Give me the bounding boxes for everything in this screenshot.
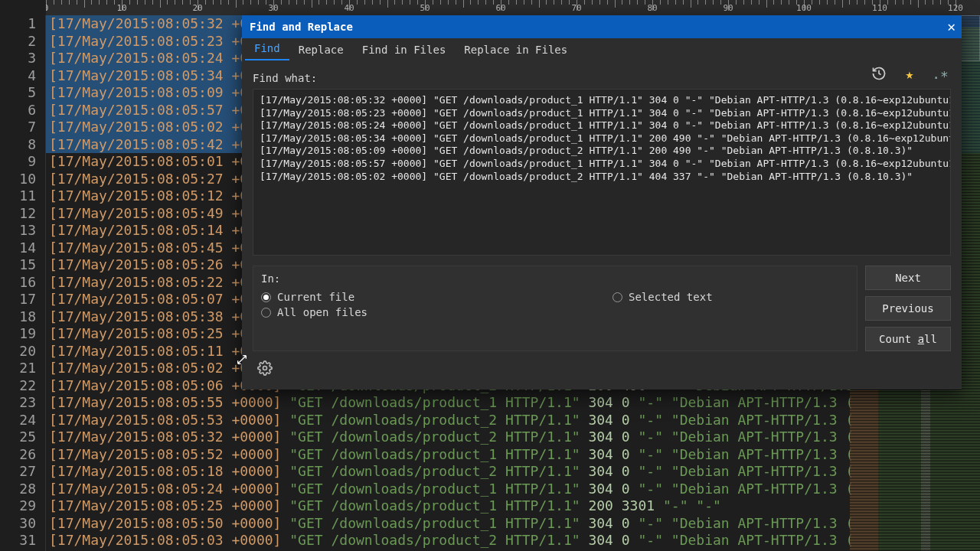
- code-line[interactable]: [17/May/2015:08:05:50 +0000] "GET /downl…: [46, 515, 980, 533]
- dialog-title: Find and Replace: [248, 21, 353, 33]
- line-number: 2: [0, 33, 36, 51]
- scope-current-file-radio[interactable]: Current file: [261, 291, 368, 303]
- find-toolbar: ★ .∗: [867, 61, 952, 86]
- line-number: 3: [0, 50, 36, 67]
- gear-icon[interactable]: [253, 356, 277, 380]
- radio-dot-icon: [261, 308, 271, 318]
- line-number: 18: [0, 308, 36, 326]
- line-number: 4: [0, 67, 36, 85]
- line-number: 29: [0, 497, 36, 515]
- line-number: 16: [0, 274, 36, 292]
- line-number: 13: [0, 222, 36, 240]
- find-previous-button[interactable]: Previous: [865, 296, 951, 321]
- radio-dot-icon: [261, 292, 271, 302]
- line-number: 28: [0, 481, 36, 498]
- line-number: 26: [0, 446, 36, 464]
- line-number: 23: [0, 394, 36, 412]
- scope-selected-text-radio[interactable]: Selected text: [612, 291, 713, 303]
- scope-label: In:: [261, 272, 849, 285]
- line-number: 25: [0, 429, 36, 446]
- dialog-titlebar[interactable]: Find and Replace ✕: [242, 15, 962, 38]
- line-number: 1: [0, 15, 36, 33]
- line-number: 9: [0, 153, 36, 171]
- line-number: 20: [0, 343, 36, 360]
- tab-replace[interactable]: Replace: [289, 39, 353, 60]
- scope-all-open-files-label: All open files: [277, 306, 368, 318]
- column-ruler: 0102030405060708090100110120: [46, 0, 980, 15]
- line-number: 10: [0, 171, 36, 188]
- line-number: 5: [0, 84, 36, 102]
- line-number: 19: [0, 325, 36, 343]
- find-next-button[interactable]: Next: [865, 266, 951, 290]
- scope-all-open-files-radio[interactable]: All open files: [261, 306, 368, 318]
- line-number: 12: [0, 205, 36, 223]
- code-line[interactable]: [17/May/2015:08:05:03 +0000] "GET /downl…: [46, 532, 980, 549]
- line-number: 17: [0, 291, 36, 308]
- code-line[interactable]: [17/May/2015:08:05:25 +0000] "GET /downl…: [46, 497, 980, 515]
- regex-icon[interactable]: .∗: [928, 61, 952, 86]
- radio-dot-icon: [612, 292, 622, 302]
- code-line[interactable]: [17/May/2015:08:05:52 +0000] "GET /downl…: [46, 446, 980, 464]
- find-buttons: Next Previous Count all: [865, 266, 951, 351]
- scope-current-file-label: Current file: [277, 291, 354, 303]
- tab-find[interactable]: Find: [245, 37, 289, 60]
- line-number: 31: [0, 532, 36, 549]
- svg-point-0: [263, 367, 267, 370]
- find-what-label: Find what:: [253, 72, 951, 84]
- line-number-gutter: 1234567891011121314151617181920212223242…: [0, 15, 46, 551]
- line-number: 30: [0, 515, 36, 533]
- code-line[interactable]: [17/May/2015:08:05:32 +0000] "GET /downl…: [46, 429, 980, 446]
- line-number: 22: [0, 377, 36, 395]
- line-number: 21: [0, 360, 36, 377]
- tab-replace-in-files[interactable]: Replace in Files: [455, 39, 577, 60]
- line-number: 8: [0, 136, 36, 154]
- line-number: 24: [0, 412, 36, 429]
- history-icon[interactable]: [867, 61, 891, 86]
- line-number: 11: [0, 187, 36, 205]
- line-number: 14: [0, 240, 36, 257]
- line-number: 7: [0, 119, 36, 136]
- line-number: 15: [0, 256, 36, 274]
- find-replace-dialog: Find and Replace ✕ FindReplaceFind in Fi…: [242, 15, 962, 390]
- code-line[interactable]: [17/May/2015:08:05:24 +0000] "GET /downl…: [46, 481, 980, 498]
- tab-find-in-files[interactable]: Find in Files: [353, 39, 456, 60]
- count-all-button[interactable]: Count all: [865, 327, 951, 351]
- close-icon[interactable]: ✕: [947, 20, 956, 34]
- line-number: 6: [0, 102, 36, 119]
- line-number: 27: [0, 463, 36, 481]
- code-line[interactable]: [17/May/2015:08:05:53 +0000] "GET /downl…: [46, 412, 980, 429]
- find-what-input[interactable]: [253, 89, 951, 256]
- scope-selected-text-label: Selected text: [629, 291, 713, 303]
- code-line[interactable]: [17/May/2015:08:05:18 +0000] "GET /downl…: [46, 463, 980, 481]
- dialog-tabs: FindReplaceFind in FilesReplace in Files: [242, 38, 962, 61]
- star-icon[interactable]: ★: [897, 61, 922, 86]
- search-scope-panel: In: Current file All open files: [253, 266, 858, 351]
- code-line[interactable]: [17/May/2015:08:05:55 +0000] "GET /downl…: [46, 394, 980, 412]
